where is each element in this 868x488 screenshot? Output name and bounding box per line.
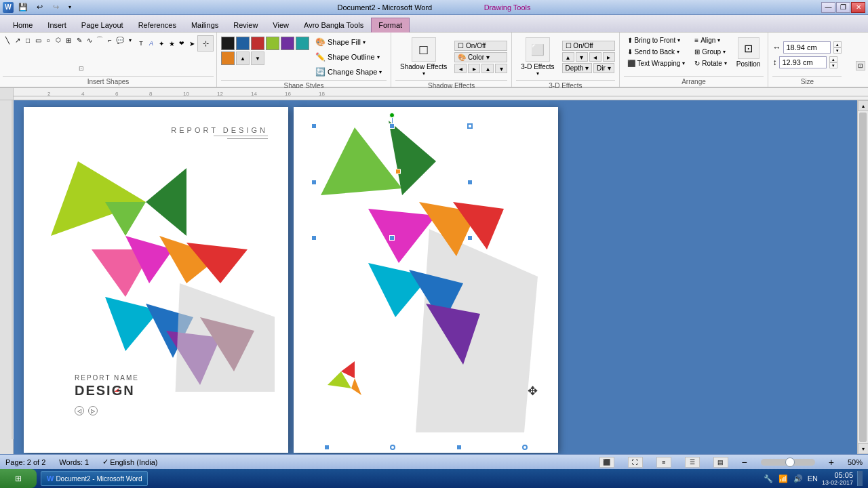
color-swatch-green[interactable] xyxy=(266,37,279,50)
start-button[interactable]: ⊞ xyxy=(0,469,37,488)
color-swatch-blue[interactable] xyxy=(236,37,250,50)
tilt-left[interactable]: ◂ xyxy=(589,52,601,62)
edit-points-btn[interactable]: ⊹ xyxy=(197,35,214,52)
tilt-down[interactable]: ▾ xyxy=(576,52,588,62)
text-wrapping-btn[interactable]: ⬛ Text Wrapping ▾ xyxy=(624,58,689,68)
callout-tool[interactable]: 💬 xyxy=(115,35,125,45)
outline-btn[interactable]: ☰ xyxy=(685,457,700,468)
insert-shapes-expand[interactable]: ⊡ xyxy=(79,65,84,72)
zoom-in-btn[interactable]: + xyxy=(829,457,834,468)
tilt-up[interactable]: ▴ xyxy=(562,52,574,62)
shadow-on-off-btn[interactable]: ☐ On/Off xyxy=(454,41,507,51)
group-btn[interactable]: ⊞ Group ▾ xyxy=(691,47,730,57)
star5-tool[interactable]: ★ xyxy=(167,39,176,48)
shape-fill-btn[interactable]: 🎨 Shape Fill ▾ xyxy=(312,35,387,49)
width-decrement[interactable]: ▾ xyxy=(833,47,842,54)
shapes-dropdown-btn[interactable]: ▾ xyxy=(125,35,135,45)
rotate-btn[interactable]: ↻ Rotate ▾ xyxy=(691,58,730,68)
undo-qat-btn[interactable]: ↩ xyxy=(33,1,46,14)
hexagon-tool[interactable]: ⬡ xyxy=(54,35,63,45)
curve-tool[interactable]: ∿ xyxy=(85,35,94,45)
align-btn[interactable]: ≡ Align ▾ xyxy=(691,35,730,45)
full-screen-btn[interactable]: ⛶ xyxy=(628,457,643,468)
taskbar-item-word[interactable]: W Document2 - Microsoft Word xyxy=(41,471,148,486)
save-qat-btn[interactable]: 💾 xyxy=(16,1,30,14)
height-decrement[interactable]: ▾ xyxy=(829,62,837,68)
height-input[interactable] xyxy=(779,56,827,68)
star4-tool[interactable]: ✦ xyxy=(157,39,166,48)
tab-view[interactable]: View xyxy=(265,18,296,32)
change-shape-dropdown[interactable]: ▾ xyxy=(379,69,382,75)
connector-tool[interactable]: ⌒ xyxy=(95,35,104,45)
three-d-btn[interactable]: ⬜ 3-D Effects ▾ xyxy=(516,35,559,79)
height-increment[interactable]: ▴ xyxy=(829,56,837,62)
color-swatch-purple[interactable] xyxy=(281,37,294,50)
line-tool[interactable]: ╲ xyxy=(3,35,12,45)
width-input[interactable] xyxy=(783,41,831,54)
freeform-tool[interactable]: ✎ xyxy=(75,35,84,45)
shadow-effects-btn[interactable]: □ Shadow Effects ▾ xyxy=(395,35,452,79)
tab-page-layout[interactable]: Page Layout xyxy=(74,18,131,32)
shape-outline-dropdown[interactable]: ▾ xyxy=(377,54,380,60)
arrow-tool[interactable]: ↗ xyxy=(13,35,22,45)
heart-tool[interactable]: ❤ xyxy=(177,39,186,48)
tab-mailings[interactable]: Mailings xyxy=(184,18,226,32)
shadow-nudge-up[interactable]: ▴ xyxy=(481,64,494,73)
tab-review[interactable]: Review xyxy=(226,18,265,32)
change-shape-btn[interactable]: 🔄 Change Shape ▾ xyxy=(312,65,387,79)
color-swatch-teal[interactable] xyxy=(296,37,309,50)
three-d-on-off[interactable]: ☐ On/Off xyxy=(562,41,615,51)
shadow-nudge-down[interactable]: ▾ xyxy=(495,64,507,73)
tray-icon-3[interactable]: 🔊 xyxy=(793,473,804,484)
close-btn[interactable]: ✕ xyxy=(851,2,865,13)
tilt-right[interactable]: ▸ xyxy=(603,52,615,62)
elbow-tool[interactable]: ⌐ xyxy=(105,35,115,45)
size-expand-btn[interactable]: ⊡ xyxy=(856,61,865,70)
width-increment[interactable]: ▴ xyxy=(833,41,842,47)
tab-avro[interactable]: Avro Bangla Tools xyxy=(296,18,371,32)
zoom-slider[interactable] xyxy=(761,459,815,466)
color-swatch-scroll-up[interactable]: ▲ xyxy=(236,52,250,65)
tab-insert[interactable]: Insert xyxy=(40,18,74,32)
tab-format[interactable]: Format xyxy=(371,18,410,33)
shape-fill-dropdown[interactable]: ▾ xyxy=(363,39,366,45)
show-desktop-btn[interactable] xyxy=(857,471,863,486)
shadow-nudge-right[interactable]: ▸ xyxy=(468,64,480,73)
qat-customize-btn[interactable]: ▾ xyxy=(65,1,75,14)
textbox-tool[interactable]: T xyxy=(136,39,146,48)
scroll-down-btn[interactable]: ▾ xyxy=(858,443,868,454)
tray-icon-2[interactable]: 📶 xyxy=(778,473,789,484)
shadow-effects-dropdown[interactable]: ▾ xyxy=(422,70,425,77)
direction-btn[interactable]: Dir ▾ xyxy=(593,63,614,73)
color-swatch-black[interactable] xyxy=(221,37,235,50)
depth-btn[interactable]: Depth ▾ xyxy=(562,63,592,73)
three-d-dropdown[interactable]: ▾ xyxy=(536,70,539,77)
shadow-color-btn[interactable]: 🎨 Color ▾ xyxy=(454,52,507,62)
restore-btn[interactable]: ❐ xyxy=(836,2,850,13)
zoom-out-btn[interactable]: − xyxy=(742,457,747,468)
web-layout-btn[interactable]: ≡ xyxy=(656,457,671,468)
tab-references[interactable]: References xyxy=(131,18,184,32)
draft-btn[interactable]: ▤ xyxy=(713,457,728,468)
shape-outline-btn[interactable]: ✏️ Shape Outline ▾ xyxy=(312,50,387,64)
color-swatch-red[interactable] xyxy=(251,37,264,50)
color-swatch-orange[interactable] xyxy=(221,52,235,65)
scroll-thumb[interactable] xyxy=(859,113,867,442)
print-layout-btn[interactable]: ⬛ xyxy=(599,457,614,468)
arrow-shapes-tool[interactable]: ➤ xyxy=(187,39,197,48)
more-shapes-btn[interactable]: ⊞ xyxy=(64,35,73,45)
vertical-scrollbar[interactable]: ▴ ▾ xyxy=(857,100,868,454)
wordart-tool[interactable]: A xyxy=(146,39,156,48)
color-swatch-scroll-dn[interactable]: ▼ xyxy=(251,52,264,65)
minimize-btn[interactable]: — xyxy=(821,2,835,13)
shadow-nudge-left[interactable]: ◂ xyxy=(454,64,467,73)
scroll-up-btn[interactable]: ▴ xyxy=(858,100,868,111)
position-btn[interactable]: ⊡ Position xyxy=(733,35,764,70)
round-rect-tool[interactable]: ▭ xyxy=(33,35,43,45)
send-to-back-btn[interactable]: ⬇ Send to Back ▾ xyxy=(624,47,689,57)
tab-home[interactable]: Home xyxy=(5,18,40,32)
tray-icon-1[interactable]: 🔧 xyxy=(763,473,774,484)
rect-tool[interactable]: □ xyxy=(23,35,33,45)
oval-tool[interactable]: ○ xyxy=(43,35,53,45)
bring-to-front-btn[interactable]: ⬆ Bring to Front ▾ xyxy=(624,35,689,45)
